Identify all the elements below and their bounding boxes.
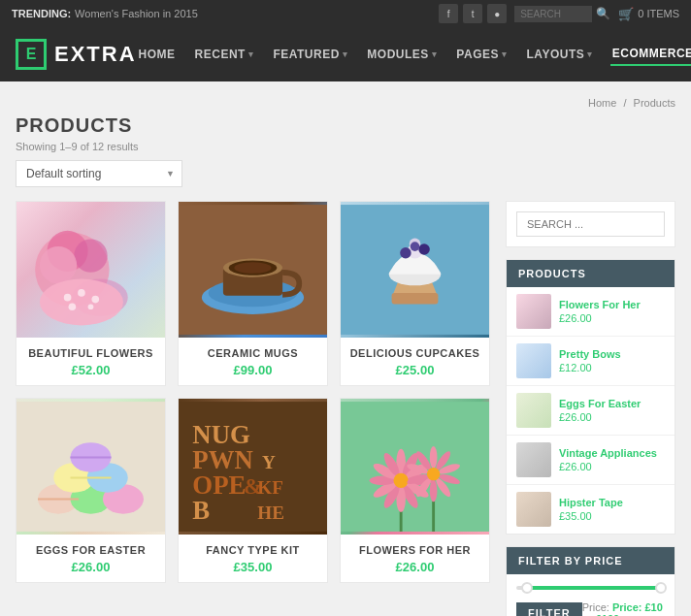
- product-name-2: CERAMIC MUGS: [186, 347, 319, 359]
- price-range: Price: Price: £10 — £100: [582, 601, 665, 616]
- breadcrumb-current: Products: [634, 97, 675, 109]
- top-search: 🔍: [514, 6, 610, 22]
- product-price-6: £26.00: [348, 560, 481, 574]
- product-price-2: £99.00: [186, 363, 319, 377]
- svg-text:KF: KF: [257, 477, 283, 498]
- instagram-icon[interactable]: ●: [487, 4, 507, 23]
- price-slider-track: [516, 586, 665, 590]
- top-search-input[interactable]: [514, 6, 592, 22]
- svg-point-8: [91, 296, 99, 304]
- sidebar-product-name-1: Flowers For Her: [559, 299, 665, 310]
- product-name-4: EGGS FOR EASTER: [24, 544, 157, 556]
- sidebar-product-1[interactable]: Flowers For Her £26.00: [507, 287, 675, 337]
- nav-recent[interactable]: RECENT ▾: [193, 44, 256, 65]
- twitter-icon[interactable]: t: [463, 4, 482, 23]
- product-price-1: £52.00: [24, 363, 157, 377]
- sidebar: PRODUCTS Flowers For Her £26.00 Pretty B…: [506, 201, 675, 616]
- logo[interactable]: E EXTRA: [16, 39, 137, 70]
- product-info-4: EGGS FOR EASTER £26.00: [16, 535, 165, 582]
- top-bar-right: f t ● 🔍 🛒 0 ITEMS: [439, 4, 679, 23]
- filter-button[interactable]: FILTER: [516, 602, 582, 616]
- product-card-5[interactable]: NUG PWN OPE B & Y KF HE FANCY TYPE KIT £…: [178, 398, 328, 583]
- product-info-6: FLOWERS FOR HER £26.00: [341, 535, 489, 582]
- product-name-6: FLOWERS FOR HER: [348, 544, 481, 556]
- product-card-3[interactable]: DELICIOUS CUPCAKES £25.00: [340, 201, 490, 386]
- sidebar-product-name-3: Eggs For Easter: [559, 398, 665, 409]
- sidebar-product-price-3: £26.00: [559, 411, 665, 423]
- page-content: Home / Products PRODUCTS Showing 1–9 of …: [0, 81, 691, 616]
- product-info-3: DELICIOUS CUPCAKES £25.00: [341, 338, 489, 385]
- nav-modules[interactable]: MODULES ▾: [365, 44, 439, 65]
- svg-point-26: [418, 243, 429, 254]
- product-image-4: [16, 399, 165, 535]
- sidebar-product-price-2: £12.00: [559, 362, 665, 373]
- svg-point-5: [40, 279, 123, 326]
- product-price-4: £26.00: [24, 560, 157, 574]
- price-slider-right-thumb[interactable]: [655, 582, 667, 594]
- sidebar-products-title: PRODUCTS: [507, 260, 675, 287]
- products-title: PRODUCTS: [16, 114, 675, 137]
- sidebar-product-5[interactable]: Hipster Tape £35.00: [507, 485, 675, 534]
- svg-text:HE: HE: [257, 503, 284, 523]
- svg-point-25: [400, 247, 411, 258]
- nav-featured[interactable]: FEATURED ▾: [271, 44, 349, 65]
- search-icon[interactable]: 🔍: [596, 7, 610, 20]
- flowers-illustration: [16, 202, 165, 338]
- facebook-icon[interactable]: f: [439, 4, 458, 23]
- product-image-2: [179, 202, 327, 338]
- price-slider-fill: [524, 586, 665, 590]
- nav-pages[interactable]: PAGES ▾: [454, 44, 509, 65]
- sidebar-thumb-3: [516, 393, 551, 428]
- sidebar-thumb-5: [516, 492, 551, 527]
- sidebar-product-2[interactable]: Pretty Bows £12.00: [507, 337, 675, 386]
- sidebar-product-4[interactable]: Vintage Appliances £26.00: [507, 436, 675, 485]
- type-illustration: NUG PWN OPE B & Y KF HE: [179, 399, 327, 535]
- cart-icon: 🛒: [618, 7, 634, 21]
- product-image-6: [341, 399, 489, 535]
- sidebar-product-3[interactable]: Eggs For Easter £26.00: [507, 386, 675, 436]
- logo-icon: E: [16, 39, 47, 70]
- products-row-2: EGGS FOR EASTER £26.00 NUG PWN OPE B &: [16, 398, 490, 583]
- price-slider-left-thumb[interactable]: [521, 582, 533, 594]
- svg-point-62: [394, 473, 409, 488]
- eggs-illustration: [16, 399, 165, 535]
- cupcake-illustration: [341, 202, 489, 338]
- svg-point-68: [430, 479, 438, 502]
- gerbera-illustration: [341, 399, 489, 535]
- breadcrumb-home[interactable]: Home: [588, 97, 616, 109]
- svg-point-6: [64, 294, 72, 302]
- sidebar-search-input[interactable]: [516, 211, 665, 237]
- product-card-4[interactable]: EGGS FOR EASTER £26.00: [16, 398, 166, 583]
- products-header: PRODUCTS Showing 1–9 of 12 results: [16, 114, 675, 152]
- filter-title: FILTER BY PRICE: [507, 547, 675, 574]
- product-card-1[interactable]: BEAUTIFUL FLOWERS £52.00: [16, 201, 166, 386]
- header: E EXTRA HOME RECENT ▾ FEATURED ▾ MODULES…: [0, 27, 691, 81]
- svg-point-73: [427, 468, 440, 480]
- svg-point-9: [69, 303, 77, 310]
- sidebar-product-name-2: Pretty Bows: [559, 348, 665, 360]
- nav-layouts[interactable]: LAYOUTS ▾: [524, 44, 594, 65]
- product-card-6[interactable]: FLOWERS FOR HER £26.00: [340, 398, 490, 583]
- product-name-5: FANCY TYPE KIT: [186, 544, 319, 556]
- nav-home[interactable]: HOME: [137, 44, 178, 65]
- svg-point-7: [78, 289, 85, 297]
- breadcrumb: Home / Products: [16, 97, 675, 109]
- products-row-1: BEAUTIFUL FLOWERS £52.00: [16, 201, 490, 386]
- product-image-5: NUG PWN OPE B & Y KF HE: [179, 399, 327, 535]
- product-info-1: BEAUTIFUL FLOWERS £52.00: [16, 338, 165, 385]
- sidebar-thumb-2: [516, 343, 551, 378]
- sort-select[interactable]: Default sorting Sort by price: low to hi…: [16, 160, 182, 187]
- svg-point-2: [74, 239, 107, 272]
- product-image-3: [341, 202, 489, 338]
- nav-ecommerce[interactable]: ECOMMERCE: [610, 43, 691, 66]
- svg-point-3: [40, 246, 77, 283]
- filter-content: FILTER Price: Price: £10 — £100: [507, 574, 675, 616]
- product-price-3: £25.00: [348, 363, 481, 377]
- layouts-arrow: ▾: [587, 49, 593, 59]
- product-name-1: BEAUTIFUL FLOWERS: [24, 347, 157, 359]
- sidebar-product-price-1: £26.00: [559, 312, 665, 324]
- svg-text:B: B: [192, 496, 210, 525]
- cart-button[interactable]: 🛒 0 ITEMS: [618, 7, 679, 21]
- product-card-2[interactable]: CERAMIC MUGS £99.00: [178, 201, 328, 386]
- sidebar-thumb-1: [516, 294, 551, 329]
